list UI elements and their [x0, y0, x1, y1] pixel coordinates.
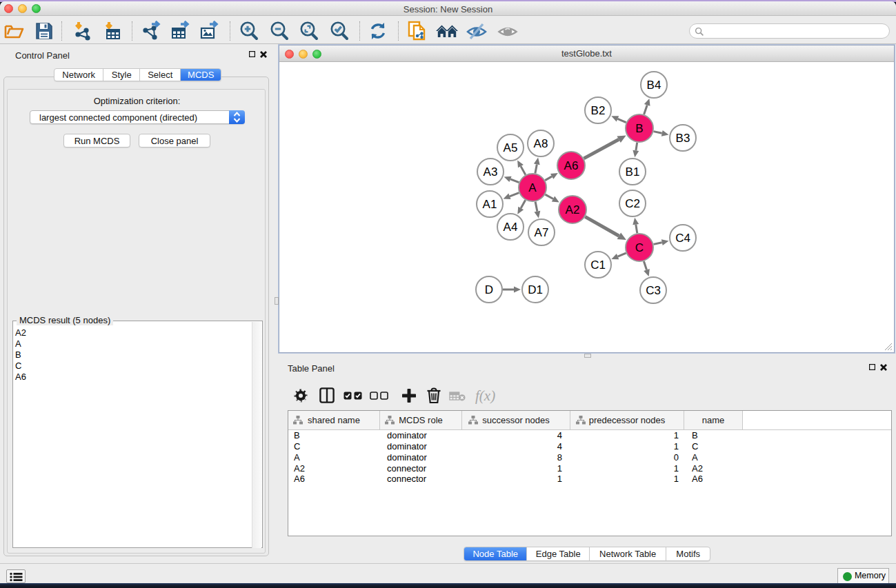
svg-text:C: C — [635, 241, 644, 254]
svg-text:D1: D1 — [528, 283, 543, 296]
svg-text:B: B — [635, 122, 643, 135]
svg-text:A5: A5 — [504, 141, 518, 154]
svg-text:A8: A8 — [534, 137, 548, 150]
svg-text:A2: A2 — [566, 203, 580, 216]
svg-text:C4: C4 — [675, 232, 690, 245]
svg-text:B1: B1 — [626, 165, 640, 179]
svg-text:C3: C3 — [646, 284, 661, 297]
svg-text:A7: A7 — [535, 226, 549, 239]
svg-text:A6: A6 — [564, 159, 579, 172]
svg-text:B4: B4 — [647, 79, 661, 92]
svg-text:C1: C1 — [590, 258, 606, 272]
svg-text:B3: B3 — [676, 132, 690, 145]
svg-text:A4: A4 — [504, 221, 518, 234]
svg-text:A3: A3 — [484, 165, 498, 179]
svg-text:A: A — [528, 181, 537, 194]
svg-text:C2: C2 — [625, 197, 640, 210]
svg-text:D: D — [485, 283, 493, 296]
svg-text:B2: B2 — [591, 104, 606, 117]
svg-text:A1: A1 — [483, 198, 497, 211]
